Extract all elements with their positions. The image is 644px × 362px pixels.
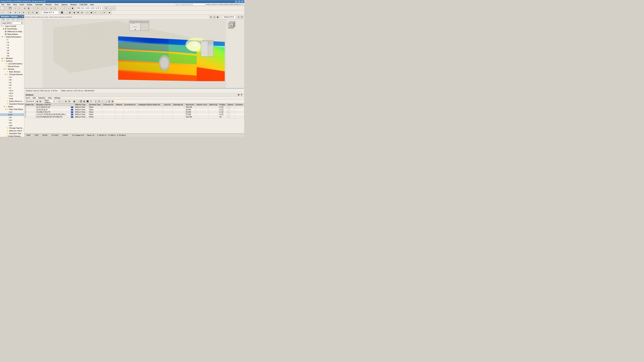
tb-check[interactable]: ✓ (112, 6, 116, 10)
snap-btn[interactable]: SNAP (25, 134, 32, 137)
view-cube[interactable]: TOP FRONT (226, 21, 236, 31)
tb-snap1[interactable]: ⊕ (14, 11, 17, 14)
nav-radio-eyy-minus[interactable]: ○ (8, 119, 9, 121)
nav-item-basic-total-strains[interactable]: ▼ 📁 Basic Total Strains (0, 108, 24, 111)
close-button[interactable]: ✕ (241, 0, 244, 3)
nav-item-uz[interactable]: ○ uz (0, 46, 24, 49)
nav-item-s1m[interactable]: ○ σ1- (0, 81, 24, 84)
tb-snap3[interactable]: ⊗ (22, 11, 25, 14)
nav-radio-s2mm[interactable]: ○ (8, 92, 9, 94)
surfaces-table-container[interactable]: Surface No. Boundary Lines No. Stiffness… (24, 103, 244, 133)
viewport-3d[interactable]: Surfaces | Basic Strains εyy+ [‰e] Solid… (24, 15, 244, 88)
surf-tb-right[interactable]: ▶ (39, 100, 42, 103)
nav-item-exy[interactable]: ○ εxy (0, 121, 24, 124)
surf-tb-left[interactable]: ◀ (36, 100, 38, 103)
surf-tb-table[interactable]: ⊞ (108, 100, 110, 103)
surf-tb-icon2[interactable]: ⬜ (76, 100, 79, 103)
menu-file[interactable]: File (1, 3, 5, 5)
gulines-btn[interactable]: GULINES (50, 134, 60, 137)
tb-iso[interactable]: ◈ (80, 11, 84, 14)
tb-snap2[interactable]: ⊙ (18, 11, 21, 14)
nav-item-members[interactable]: ▶ 📁 Members (0, 57, 24, 60)
table-row[interactable]: 7 273,274,388,403-397,470-459,275 Withou… (24, 116, 244, 118)
surf-tb-export[interactable]: 📤 (111, 100, 114, 103)
tb-surface[interactable]: ▭ (66, 6, 70, 10)
menu-assign[interactable]: Assign (26, 3, 33, 5)
menu-tools[interactable]: Tools (54, 3, 59, 5)
nav-item-s2mm[interactable]: ○ σ2,m (0, 92, 24, 94)
nav-radio-exy[interactable]: ○ (8, 122, 9, 123)
surf-tb-calc[interactable]: ⚙ (98, 100, 100, 103)
menu-view[interactable]: View (12, 3, 18, 5)
vp-snap[interactable]: ⊕ (237, 15, 240, 18)
vp-view-dropdown[interactable]: 1 - Global XYZ▼ (220, 16, 236, 18)
osnap-btn[interactable]: OSNAP (61, 134, 70, 137)
surf-tb-chart[interactable]: 📊 (104, 100, 107, 103)
nav-item-elastic-comp[interactable]: 📁 Elastic Stress Components (0, 100, 24, 103)
nav-radio-pz[interactable]: ○ (6, 55, 7, 56)
tb-open[interactable]: 📂 (4, 6, 8, 10)
nav-item-exx-plus[interactable]: ○ εxx+ (0, 111, 24, 113)
menu-options[interactable]: Options (60, 3, 68, 5)
loadcase-dropdown[interactable]: CO2: LC1 + LC2 + LC3 + LC4 ▼ (76, 6, 103, 10)
nav-radio-uz[interactable]: ○ (6, 47, 7, 48)
tb-window-select[interactable]: ⬜ (4, 11, 8, 14)
vp-tb-3[interactable]: ▣ (216, 15, 219, 18)
nav-radio-uy[interactable]: ○ (6, 44, 7, 46)
nav-item-equiv-stresses[interactable]: 📁 Equivalent Stresses (0, 103, 24, 105)
surf-tb-icon6[interactable]: ✕ (90, 100, 92, 103)
nav-item-surfaces[interactable]: ▼ 📁 Surfaces (0, 60, 24, 62)
nav-item-max-total[interactable]: 📁 Maximum Total Strains (0, 129, 24, 132)
surf-tb-icon5[interactable]: ⬛ (86, 100, 89, 103)
nav-item-s2p[interactable]: ○ σ2+ (0, 78, 24, 81)
nav-item-uy[interactable]: ○ uy (0, 43, 24, 46)
nav-item-principal-total[interactable]: 📁 Principal Total Strains (0, 127, 24, 129)
nav-item-eyy-minus[interactable]: ○ εyy- (0, 119, 24, 121)
tb-top[interactable]: ⬒ (76, 11, 80, 14)
nav-radio-tn[interactable]: ○ (8, 87, 9, 89)
nav-item-type-of-results[interactable]: ▼ 📋 Type of results (0, 25, 24, 27)
nav-item-s1mm[interactable]: ○ σ1,m (0, 89, 24, 92)
nav-radio-exx-plus[interactable]: ○ (8, 111, 9, 113)
tb-print[interactable]: 🖨 (23, 6, 26, 10)
tb-wireframe[interactable]: ▢ (85, 11, 89, 14)
surf-tb-copy[interactable]: ◈ (64, 100, 67, 103)
tb-back[interactable]: ⬜ (64, 11, 68, 14)
table-row[interactable]: 1 16,17,28,65-47,18 Without Thick... Pla… (24, 106, 244, 108)
tb-label[interactable]: 🏷 (103, 11, 106, 14)
vp-tb-1[interactable]: ⊞ (209, 15, 212, 18)
tb-view3d[interactable]: ◈ (49, 6, 53, 10)
surf-tb-icon1[interactable]: ▣ (73, 100, 76, 103)
tb-select[interactable]: ↖ (32, 6, 36, 10)
tb-redo[interactable]: ↪ (18, 6, 21, 10)
nav-item-tn[interactable]: ○ τn (0, 86, 24, 89)
nav-radio-tnm[interactable]: ○ (8, 95, 9, 97)
nav-item-equiv-total[interactable]: 📁 Equivalent Total Strains (0, 132, 24, 135)
tb-results[interactable]: 📊 (108, 6, 112, 10)
nav-item-eyy-plus2[interactable]: ○ εyy+ (0, 124, 24, 127)
surf-tb-info[interactable]: i (101, 100, 104, 103)
nav-item-contact-stresses[interactable]: 📁 Contact Stresses (0, 135, 24, 137)
tb-solid2[interactable]: ▣ (90, 11, 93, 14)
menu-results[interactable]: Results (45, 3, 52, 5)
tb-render[interactable]: 🎨 (53, 6, 57, 10)
surf-tb-add[interactable]: + (58, 100, 60, 103)
nav-item-eyy-plus[interactable]: ● εyy+ (0, 113, 24, 116)
tb-solid[interactable]: ▣ (70, 6, 74, 10)
nav-item-stresses[interactable]: ▼ 📁 Stresses (0, 68, 24, 70)
nav-close-icon[interactable]: ✕ (22, 15, 23, 17)
nav-radio-eyy-plus[interactable]: ● (8, 114, 9, 115)
tb-rotate[interactable]: ↻ (36, 6, 40, 10)
nav-radio-s1m[interactable]: ○ (8, 82, 9, 83)
table-row[interactable]: 3 19-26,36-45,27 Without Thick... Plane … (24, 108, 244, 111)
tb-display3[interactable]: ▦ (35, 11, 38, 14)
surf-tb-icon4[interactable]: ◧ (83, 100, 86, 103)
menu-insert[interactable]: Insert (19, 3, 25, 5)
surf-menu-goto[interactable]: Go To (25, 97, 31, 99)
bgrid-btn[interactable]: BGRID (41, 134, 49, 137)
maximize-button[interactable]: □ (238, 0, 240, 3)
nav-item-px[interactable]: ○ φx (0, 49, 24, 52)
tb-pan[interactable]: ✋ (40, 6, 44, 10)
nav-radio-s2m[interactable]: ○ (8, 84, 9, 86)
surf-menu-selection[interactable]: Selection (38, 97, 46, 99)
